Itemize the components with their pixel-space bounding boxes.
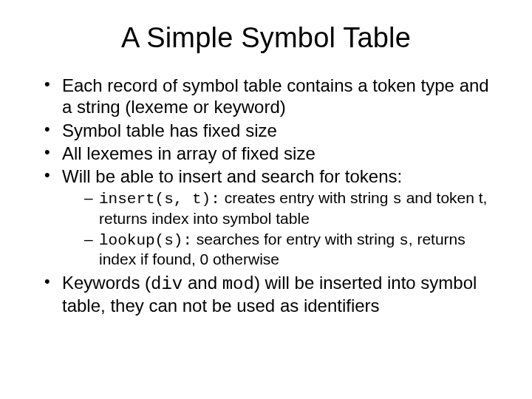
slide: A Simple Symbol Table Each record of sym… (0, 0, 532, 399)
bullet-text: searches for entry with string (192, 231, 399, 248)
bullet-text: All lexemes in array of fixed size (62, 143, 316, 163)
bullet-text: Symbol table has fixed size (62, 120, 277, 140)
bullet-item: Will be able to insert and search for to… (43, 166, 497, 269)
bullet-item: All lexemes in array of fixed size (43, 143, 497, 164)
bullet-item: Each record of symbol table contains a t… (43, 75, 497, 118)
bullet-text: Each record of symbol table contains a t… (62, 75, 489, 117)
sub-bullet-item: lookup(s): searches for entry with strin… (84, 230, 497, 269)
sub-bullet-item: insert(s, t): creates entry with string … (84, 188, 497, 228)
code-text: mod (222, 274, 254, 294)
code-text: s (399, 232, 409, 249)
code-text: lookup(s): (99, 232, 192, 249)
code-text: s (392, 191, 402, 208)
bullet-text: and (183, 273, 222, 293)
sub-bullet-list: insert(s, t): creates entry with string … (62, 188, 497, 268)
bullet-text: Keywords ( (62, 273, 151, 293)
bullet-text: Will be able to insert and search for to… (62, 166, 402, 186)
bullet-item: Keywords (div and mod) will be inserted … (43, 272, 497, 317)
bullet-list: Each record of symbol table contains a t… (35, 75, 497, 316)
bullet-item: Symbol table has fixed size (43, 120, 497, 141)
slide-title: A Simple Symbol Table (35, 22, 497, 54)
code-text: insert(s, t): (99, 191, 220, 208)
code-text: div (151, 274, 183, 294)
bullet-text: creates entry with string (220, 189, 392, 206)
